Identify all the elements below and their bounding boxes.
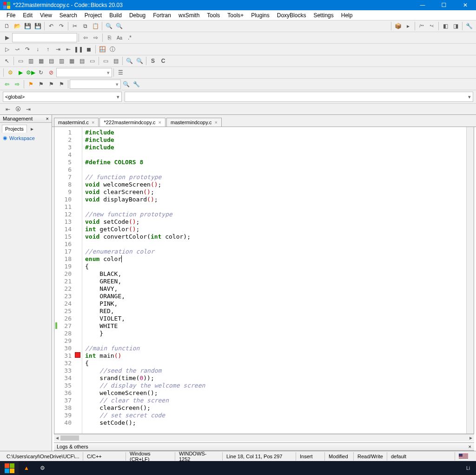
flag-prev-icon[interactable]: ⚑ <box>36 80 46 89</box>
debug-step-icon[interactable]: ↓ <box>33 45 42 54</box>
taskbar-settings-icon[interactable]: ⚙ <box>34 461 50 475</box>
close-icon[interactable]: × <box>214 120 217 125</box>
menu-help[interactable]: Help <box>337 11 357 20</box>
menu-file[interactable]: File <box>3 11 19 20</box>
doxy-icon[interactable]: 📦 <box>393 21 403 31</box>
menu-tools[interactable]: Tools <box>203 11 224 20</box>
symbol-select[interactable]: ▾ <box>125 92 473 102</box>
run-small-icon[interactable]: ▶ <box>2 33 12 42</box>
back-green-icon[interactable]: ⇦ <box>2 80 12 89</box>
flag-next-icon[interactable]: ⚑ <box>46 80 56 89</box>
status-lang-flag[interactable] <box>455 452 473 461</box>
doxy-next-icon[interactable]: ◨ <box>451 21 460 31</box>
breakpoint-icon[interactable] <box>75 352 80 358</box>
debug-windows-icon[interactable]: 🪟 <box>98 45 107 54</box>
widget-3-icon[interactable]: ▦ <box>36 56 46 66</box>
comment-block-icon[interactable]: /** <box>417 21 426 31</box>
management-close-icon[interactable]: × <box>46 116 49 121</box>
clipboard-icon[interactable]: ⎘ <box>105 33 114 42</box>
projects-tab[interactable]: Projects <box>2 125 27 133</box>
code-editor[interactable]: 1234567891011121314151617181920212223242… <box>54 127 474 434</box>
menu-doxyblocks[interactable]: DoxyBlocks <box>273 11 310 20</box>
save-icon[interactable]: 💾 <box>23 21 32 31</box>
open-file-icon[interactable]: 📂 <box>13 21 22 31</box>
nav-start-icon[interactable]: ⇤ <box>3 105 13 114</box>
copy-icon[interactable]: ⧉ <box>80 21 90 31</box>
build-gear-icon[interactable]: ⚙ <box>6 68 15 77</box>
workspace-item[interactable]: ◉ Workspace <box>2 134 50 141</box>
bookmark-select[interactable]: ▾ <box>70 80 121 89</box>
search-input[interactable] <box>12 33 77 42</box>
menu-plugins[interactable]: Plugins <box>247 11 273 20</box>
close-icon[interactable]: × <box>159 120 161 125</box>
cursor-icon[interactable]: ↖ <box>2 56 12 66</box>
menu-view[interactable]: View <box>36 11 56 20</box>
paste-icon[interactable]: 📋 <box>91 21 100 31</box>
widget-9-icon[interactable]: ▭ <box>101 56 110 66</box>
rebuild-icon[interactable]: ↻ <box>36 68 46 77</box>
menu-toolsplus[interactable]: Tools+ <box>224 11 247 20</box>
flag-orange-icon[interactable]: ⚑ <box>26 80 35 89</box>
menu-settings[interactable]: Settings <box>310 11 337 20</box>
debug-stop-icon[interactable]: ◼ <box>84 45 93 54</box>
code-area[interactable]: #include #include #include #define COLOR… <box>82 127 466 434</box>
file-tab-0[interactable]: mastermind.c× <box>54 118 99 127</box>
zoom-out-icon[interactable]: 🔍 <box>135 56 144 66</box>
file-tab-1[interactable]: *222mastermindcopy.c× <box>99 118 165 127</box>
doxy-arrow-icon[interactable]: ▸ <box>403 21 413 31</box>
menu-fortran[interactable]: Fortran <box>149 11 175 20</box>
debug-next-icon[interactable]: ↷ <box>23 45 32 54</box>
minimize-button[interactable]: — <box>412 0 433 10</box>
regex-icon[interactable]: .* <box>125 33 134 42</box>
vertical-scrollbar[interactable] <box>466 127 474 434</box>
tab-next-icon[interactable]: ▸ <box>28 125 36 133</box>
taskbar-notif-icon[interactable]: Li <box>460 461 476 475</box>
start-button[interactable] <box>0 461 19 475</box>
debug-pause-icon[interactable]: ❚❚ <box>74 45 83 54</box>
taskbar-vlc-icon[interactable]: ▲ <box>19 461 34 475</box>
target-list-icon[interactable]: ☰ <box>116 68 125 77</box>
debug-stepinst-icon[interactable]: ⇤ <box>64 45 73 54</box>
widget-8-icon[interactable]: ▭ <box>87 56 97 66</box>
menu-project[interactable]: Project <box>81 11 106 20</box>
nav-end-icon[interactable]: ⇥ <box>24 105 33 114</box>
widget-4-icon[interactable]: ▤ <box>46 56 56 66</box>
widget-2-icon[interactable]: ▥ <box>26 56 35 66</box>
menu-edit[interactable]: Edit <box>19 11 36 20</box>
widget-6-icon[interactable]: ▦ <box>67 56 76 66</box>
redo-icon[interactable]: ↷ <box>57 21 66 31</box>
find-icon[interactable]: 🔍 <box>104 21 113 31</box>
zoom-in-icon[interactable]: 🔍 <box>125 56 134 66</box>
replace-icon[interactable]: 🔍 <box>114 21 124 31</box>
close-icon[interactable]: × <box>92 120 94 125</box>
toggle-case-icon[interactable]: Aa <box>115 33 124 42</box>
debug-runto-icon[interactable]: ⤻ <box>13 45 22 54</box>
doxy-prev-icon[interactable]: ◧ <box>441 21 450 31</box>
menu-search[interactable]: Search <box>56 11 81 20</box>
debug-info-icon[interactable]: ⓘ <box>108 45 117 54</box>
find-symbol-icon[interactable]: 🔍 <box>121 80 131 89</box>
scope-select[interactable]: <global>▾ <box>3 92 122 102</box>
struct-icon[interactable]: S <box>148 56 158 66</box>
new-file-icon[interactable]: 🗋 <box>2 21 12 31</box>
undo-icon[interactable]: ↶ <box>46 21 56 31</box>
menu-build[interactable]: Build <box>106 11 126 20</box>
widget-7-icon[interactable]: ▤ <box>77 56 86 66</box>
close-button[interactable]: ✕ <box>455 0 476 10</box>
menu-debug[interactable]: Debug <box>126 11 149 20</box>
doxy-settings-icon[interactable]: 🔧 <box>464 21 474 31</box>
widget-5-icon[interactable]: ▥ <box>57 56 66 66</box>
build-run-icon[interactable]: ⚙▶ <box>26 68 35 77</box>
nav-back-icon[interactable]: ⇦ <box>81 33 90 42</box>
file-tab-2[interactable]: mastermindcopy.c× <box>166 118 222 127</box>
class-icon[interactable]: C <box>159 56 168 66</box>
maximize-button[interactable]: ☐ <box>433 0 455 10</box>
cut-icon[interactable]: ✂ <box>70 21 79 31</box>
debug-stepout-icon[interactable]: ↑ <box>43 45 53 54</box>
abort-icon[interactable]: ⊘ <box>46 68 56 77</box>
widget-10-icon[interactable]: ▤ <box>111 56 120 66</box>
run-icon[interactable]: ▶ <box>16 68 25 77</box>
widget-1-icon[interactable]: ▭ <box>16 56 25 66</box>
comment-line-icon[interactable]: *< <box>427 21 436 31</box>
debug-nextinst-icon[interactable]: ⇥ <box>53 45 63 54</box>
